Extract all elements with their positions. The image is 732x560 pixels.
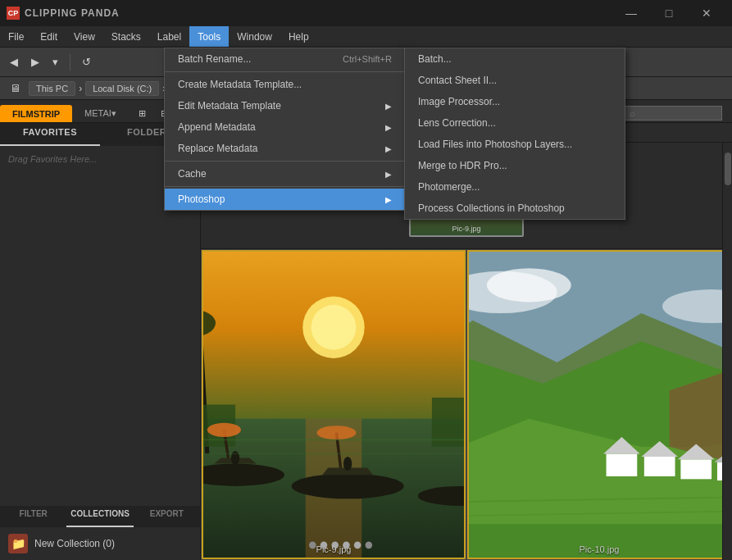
forward-button[interactable]: ▶ [26, 53, 44, 71]
preview-label: Pic-9.jpg [411, 225, 522, 233]
submenu-arrow-photoshop: ▶ [385, 195, 392, 204]
menu-help[interactable]: Help [280, 26, 317, 47]
menu-entry-batch-rename[interactable]: Batch Rename... Ctrl+Shift+R [165, 48, 405, 70]
submenu-arrow-edit: ▶ [385, 102, 392, 111]
menu-entry-batch[interactable]: Batch... [405, 48, 625, 70]
image-cell-1[interactable]: Pic-10.jpg [466, 249, 732, 560]
menu-entry-create-metadata[interactable]: Create Metadata Template... [165, 74, 405, 95]
svg-point-22 [292, 473, 404, 499]
menu-stacks[interactable]: Stacks [103, 26, 149, 47]
menu-entry-edit-metadata[interactable]: Edit Metadata Template ▶ [165, 95, 405, 116]
menu-file[interactable]: File [0, 26, 32, 47]
menu-entry-load-files[interactable]: Load Files into Photoshop Layers... [405, 134, 625, 155]
menu-tools[interactable]: Tools [189, 26, 229, 47]
menu-divider-1 [165, 71, 405, 72]
menu-window[interactable]: Window [229, 26, 280, 47]
menu-view[interactable]: View [66, 26, 103, 47]
tools-menu-dropdown: Batch Rename... Ctrl+Shift+R Create Meta… [164, 48, 406, 211]
sidebar-tab-favorites[interactable]: FAVORITES [0, 123, 100, 146]
svg-point-28 [343, 457, 352, 471]
image-label-0: Pic-9.jpg [202, 544, 466, 554]
close-button[interactable]: ✕ [688, 0, 725, 26]
submenu-arrow-replace: ▶ [385, 144, 392, 153]
image-cell-0[interactable]: Pic-9.jpg [201, 249, 466, 560]
menu-edit[interactable]: Edit [32, 26, 66, 47]
grid-view-button[interactable]: ⊞ [134, 106, 151, 121]
back-button[interactable]: ◀ [5, 53, 23, 71]
window-controls: — □ ✕ [612, 0, 725, 26]
tab-filmstrip[interactable]: FILMSTRIP [0, 105, 72, 122]
tab-metadata[interactable]: METAI▾ [72, 104, 129, 122]
sidebar-filter-tabs: FILTER COLLECTIONS EXPORT [0, 506, 200, 527]
addr-local-disk[interactable]: Local Disk (C:) [85, 81, 159, 96]
svg-point-40 [487, 268, 571, 302]
title-bar: CP CLIPPING PANDA — □ ✕ [0, 0, 732, 26]
refresh-button[interactable]: ↺ [77, 53, 96, 71]
menu-entry-cache[interactable]: Cache ▶ [165, 163, 405, 184]
collection-label: New Collection (0) [34, 538, 115, 549]
svg-point-9 [311, 305, 357, 350]
toolbar-divider-1 [70, 54, 70, 71]
menu-label[interactable]: Label [149, 26, 189, 47]
addr-sep1: › [79, 83, 82, 94]
sidebar-tab-export[interactable]: EXPORT [134, 506, 200, 527]
menu-divider-2 [165, 161, 405, 162]
collection-item-new[interactable]: 📁 New Collection (0) [0, 527, 200, 560]
minimize-button[interactable]: — [612, 0, 650, 26]
maximize-button[interactable]: □ [650, 0, 688, 26]
menu-entry-replace-metadata[interactable]: Replace Metadata ▶ [165, 138, 405, 159]
scrollbar-thumb[interactable] [725, 153, 731, 185]
app-icon: CP [7, 7, 20, 20]
svg-rect-51 [680, 459, 712, 479]
menu-entry-image-processor[interactable]: Image Processor... [405, 91, 625, 112]
vertical-scrollbar[interactable] [722, 143, 732, 560]
image-label-1: Pic-10.jpg [467, 544, 731, 554]
search-input[interactable] [624, 106, 722, 121]
svg-point-27 [231, 451, 239, 465]
menu-entry-photoshop[interactable]: Photoshop ▶ [165, 189, 405, 210]
sidebar-tab-collections[interactable]: COLLECTIONS [66, 506, 133, 527]
addr-this-pc[interactable]: This PC [29, 81, 75, 96]
sidebar-tab-filter[interactable]: FILTER [0, 506, 66, 527]
menu-entry-process-collections[interactable]: Process Collections in Photoshop [405, 198, 625, 219]
app-title: CLIPPING PANDA [25, 7, 120, 19]
menu-bar: File Edit View Stacks Label Tools Window… [0, 26, 732, 48]
search-area [619, 104, 727, 122]
menu-entry-photomerge[interactable]: Photomerge... [405, 176, 625, 198]
submenu-arrow-append: ▶ [385, 123, 392, 132]
svg-point-21 [207, 423, 241, 437]
svg-rect-47 [607, 453, 638, 476]
photoshop-submenu: Batch... Contact Sheet II... Image Proce… [404, 48, 625, 220]
image-grid: Pic-9.jpg [201, 249, 732, 560]
home-button[interactable]: 🖥 [5, 80, 25, 97]
svg-rect-49 [644, 457, 675, 476]
menu-entry-merge-hdr[interactable]: Merge to HDR Pro... [405, 155, 625, 176]
menu-entry-append-metadata[interactable]: Append Metadata ▶ [165, 116, 405, 138]
collection-icon: 📁 [8, 534, 28, 553]
menu-entry-lens-correction[interactable]: Lens Correction... [405, 112, 625, 134]
menu-entry-contact-sheet[interactable]: Contact Sheet II... [405, 70, 625, 91]
dropdown-button[interactable]: ▾ [48, 53, 63, 71]
menu-divider-3 [165, 186, 405, 187]
submenu-arrow-cache: ▶ [385, 170, 392, 179]
svg-point-25 [316, 426, 356, 439]
